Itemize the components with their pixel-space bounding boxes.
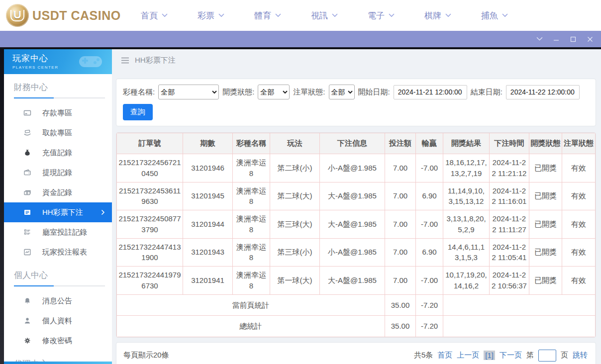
column-header: 注單狀態 <box>562 133 596 154</box>
table-cell: 2152173224508773790 <box>117 210 183 239</box>
column-header: 下注信息 <box>320 133 385 154</box>
draw-status-select[interactable]: 全部 <box>258 85 290 99</box>
sidebar-item-withdraw-zone[interactable]: 取款專區 <box>4 123 112 143</box>
section-title-finance: 財務中心 <box>14 82 105 93</box>
nav-item-lottery[interactable]: 彩票 <box>198 10 224 21</box>
table-cell: -7.00 <box>416 267 443 295</box>
page-jump-input[interactable] <box>538 350 556 362</box>
wallet-icon <box>23 169 32 177</box>
table-cell: 7.00 <box>385 182 416 210</box>
window-minimize-icon[interactable] <box>552 35 560 43</box>
sidebar-item-recharge-records[interactable]: 充值記錄 <box>4 143 112 163</box>
brand-logo[interactable]: U USDT CASINO <box>6 4 118 27</box>
table-cell: 2024-11-22 11:16:01 <box>490 182 529 210</box>
table-cell: 10,17,19,20,14,16,2 <box>443 267 490 295</box>
draw-status-label: 開獎狀態: <box>222 88 254 97</box>
grand-total-winloss: -7.20 <box>416 316 443 337</box>
search-button[interactable]: 查詢 <box>123 104 153 120</box>
jump-suffix-label: 页 <box>561 351 568 360</box>
nav-item-slots[interactable]: 電子 <box>368 10 395 21</box>
finance-menu: 存款專區 取款專區 充值記錄 提現記錄 <box>4 103 112 262</box>
page-total-row: 當前頁統計 35.00 -7.20 <box>117 294 596 316</box>
column-header: 投注額 <box>385 133 416 154</box>
sidebar-item-change-password[interactable]: 修改密碼 <box>4 331 112 351</box>
lottery-type-label: 彩種名稱: <box>123 88 155 97</box>
grand-total-label: 總統計 <box>117 316 385 337</box>
column-header: 輸贏 <box>416 133 443 154</box>
table-cell: 2152173224419796730 <box>117 267 183 295</box>
nav-item-fishing[interactable]: 捕魚 <box>481 10 508 21</box>
table-row: 215217322441979673031201941澳洲幸运8第一球(大)大-… <box>117 267 596 295</box>
table-row: 215217322447413190031201943澳洲幸运8第三球(小)小-… <box>117 238 596 267</box>
sidebar-item-player-bet-report[interactable]: 玩家投注報表 <box>4 242 112 262</box>
lottery-type-select[interactable]: 全部 <box>158 85 219 99</box>
table-cell: 2152173224536119630 <box>117 182 183 210</box>
window-dropdown-icon[interactable] <box>535 35 543 43</box>
table-cell: 18,16,12,17,13,2,7,19 <box>443 154 490 182</box>
table-cell: 第三球(小) <box>270 238 320 267</box>
table-cell: 2152173224567210450 <box>117 154 183 182</box>
chevron-down-icon <box>275 13 281 17</box>
next-page-link[interactable]: 下一页 <box>500 351 522 360</box>
table-cell: 31201941 <box>183 267 233 295</box>
logo-letter: U <box>10 10 24 21</box>
table-cell: 澳洲幸运8 <box>233 182 270 210</box>
table-cell: 已開獎 <box>529 267 562 295</box>
table-cell: 第一球(大) <box>270 267 320 295</box>
table-cell: 第二球(大) <box>270 182 320 210</box>
column-header: 開獎結果 <box>443 133 490 154</box>
table-cell: 澳洲幸运8 <box>233 154 270 182</box>
main-content: HH彩票下注 彩種名稱: 全部 開獎狀態: 全部 注單狀態: 全部 開始日期: … <box>112 49 601 364</box>
table-cell: 澳洲幸运8 <box>233 267 270 295</box>
chevron-down-icon <box>218 13 224 17</box>
nav-item-live-video[interactable]: 視訊 <box>311 10 338 21</box>
table-cell: 2024-11-22 11:05:41 <box>490 238 529 267</box>
end-date-input[interactable] <box>506 85 580 99</box>
window-close-icon[interactable] <box>586 35 594 43</box>
column-header: 玩法 <box>270 133 320 154</box>
per-page-info: 每頁顯示20條 <box>123 351 169 360</box>
start-date-input[interactable] <box>394 85 467 99</box>
sidebar-item-profile[interactable]: 個人資料 <box>4 311 112 331</box>
table-cell: 7.00 <box>385 154 416 182</box>
gear-icon <box>23 337 32 345</box>
page-body: 玩家中心 PLAYERS CENTER 財務中心 存款專區 <box>0 47 601 364</box>
window-maximize-icon[interactable] <box>569 35 577 43</box>
hamburger-menu-icon[interactable] <box>121 57 129 64</box>
sidebar-item-hh-lottery-bets[interactable]: HH彩票下注 <box>4 202 112 222</box>
bets-table-panel: 訂單號期數彩種名稱玩法下注信息投注額輸贏開獎結果下注時間開獎狀態注單狀態 215… <box>116 132 596 338</box>
grand-total-row: 總統計 35.00 -7.20 <box>117 316 596 337</box>
sidebar-item-room-bet-records[interactable]: 廳室投註記錄 <box>4 222 112 242</box>
jump-button[interactable]: 跳转 <box>573 351 588 360</box>
sidebar-item-fund-records[interactable]: 資金記錄 <box>4 182 112 202</box>
table-cell: 6.90 <box>416 238 443 267</box>
first-page-link[interactable]: 首页 <box>437 351 452 360</box>
chevron-down-icon <box>445 13 451 17</box>
jump-prefix-label: 第 <box>526 351 534 360</box>
grand-total-empty-cell <box>443 316 596 337</box>
top-navigation-bar: U USDT CASINO 首頁 彩票 體育 視訊 電子 棋牌 捕魚 <box>0 0 601 31</box>
table-cell: -7.00 <box>416 154 443 182</box>
sidebar-item-announcements[interactable]: 消息公告 <box>4 291 112 311</box>
page-total-winloss: -7.20 <box>416 294 443 316</box>
sidebar-item-deposit-zone[interactable]: 存款專區 <box>4 103 112 123</box>
sidebar-item-withdrawal-records[interactable]: 提現記錄 <box>4 163 112 182</box>
nav-item-sports[interactable]: 體育 <box>254 10 281 21</box>
table-cell: 7.00 <box>385 267 416 295</box>
table-cell: 澳洲幸运8 <box>233 238 270 267</box>
table-cell: 31201946 <box>183 154 233 182</box>
chevron-down-icon <box>162 13 168 17</box>
bets-table: 訂單號期數彩種名稱玩法下注信息投注額輸贏開獎結果下注時間開獎狀態注單狀態 215… <box>116 133 596 337</box>
nav-item-home[interactable]: 首頁 <box>141 10 168 21</box>
table-row: 215217322456721045031201946澳洲幸运8第二球(小)小-… <box>117 154 596 182</box>
prev-page-link[interactable]: 上一页 <box>457 351 479 360</box>
person-icon <box>23 317 32 325</box>
table-cell: 有效 <box>562 210 596 239</box>
end-date-label: 結束日期: <box>471 88 502 97</box>
table-cell: 第三球(大) <box>270 210 320 239</box>
table-cell: 7.00 <box>385 210 416 239</box>
order-status-select[interactable]: 全部 <box>329 85 355 99</box>
table-cell: 有效 <box>562 154 596 182</box>
nav-item-board-games[interactable]: 棋牌 <box>424 10 451 21</box>
total-count: 共5条 <box>414 351 433 360</box>
